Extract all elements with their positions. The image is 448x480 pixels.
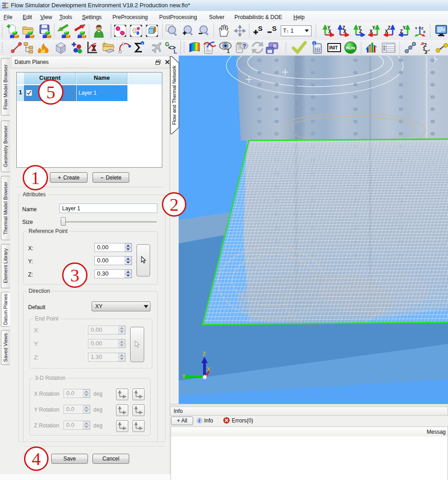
svg-text:X: X: [328, 29, 331, 34]
svg-text:3: 3: [424, 49, 427, 54]
svg-text:Z: Z: [388, 25, 390, 30]
svg-text:Y: Y: [403, 25, 406, 30]
svg-text:Z: Z: [359, 29, 362, 34]
svg-text:i: i: [142, 42, 143, 46]
svg-text:Z: Z: [202, 350, 206, 357]
svg-text:1: 1: [227, 48, 230, 54]
svg-text:S: S: [272, 24, 277, 32]
svg-text:X: X: [207, 366, 211, 373]
svg-text:Flow and Thermal Network: Flow and Thermal Network: [171, 65, 177, 125]
svg-text:X: X: [370, 29, 373, 34]
svg-text:X: X: [343, 29, 346, 34]
svg-text:i: i: [199, 418, 200, 423]
svg-text:INIT: INIT: [329, 45, 338, 50]
svg-text:X: X: [385, 29, 388, 34]
svg-text:Y: Y: [372, 25, 375, 30]
svg-text:RUN: RUN: [346, 45, 355, 50]
svg-text:i: i: [314, 41, 315, 46]
svg-text:?: ?: [243, 43, 246, 49]
svg-text:L: L: [174, 48, 177, 54]
svg-text:X: X: [423, 30, 426, 34]
svg-text:Y: Y: [182, 373, 186, 380]
svg-text:S: S: [258, 24, 263, 32]
svg-text:Y: Y: [415, 26, 418, 30]
svg-text:Z: Z: [400, 29, 403, 34]
